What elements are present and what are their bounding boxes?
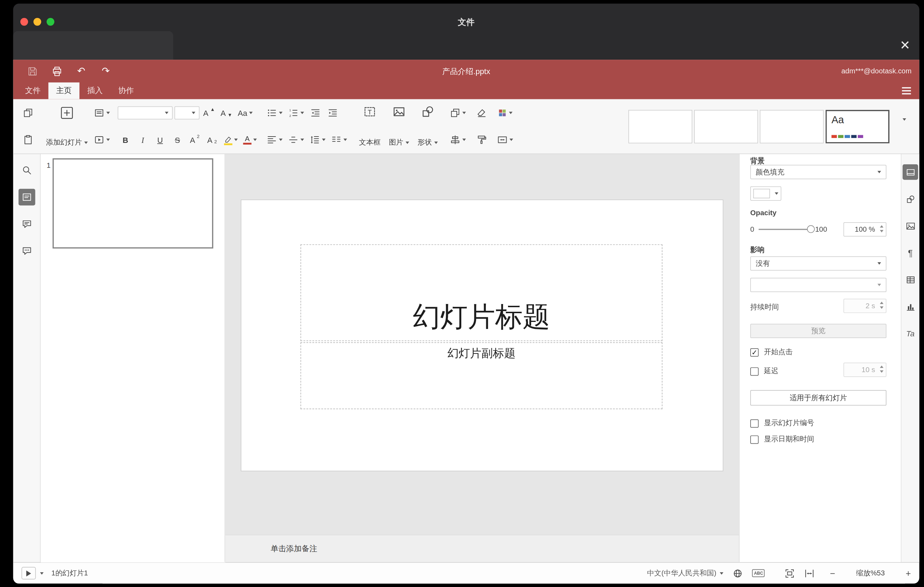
delay-spinner[interactable]: 10 s: [843, 363, 887, 377]
image-settings-button[interactable]: [903, 218, 918, 234]
opacity-value: 100 %: [855, 225, 875, 234]
save-button[interactable]: [25, 64, 39, 78]
theme-tile-2[interactable]: [694, 110, 758, 143]
chat-button[interactable]: [18, 242, 35, 259]
effect-select[interactable]: 没有: [750, 256, 886, 271]
insert-shape-button[interactable]: 形状: [413, 103, 442, 150]
increase-font-button[interactable]: A▲: [201, 105, 216, 122]
shape-settings-button[interactable]: [903, 191, 918, 206]
redo-button[interactable]: ↷: [99, 64, 113, 78]
copy-button[interactable]: [20, 105, 36, 122]
fit-width-icon[interactable]: [804, 568, 815, 579]
start-slideshow-button[interactable]: [92, 131, 112, 148]
opacity-spinner[interactable]: 100 %: [843, 222, 887, 237]
decrease-font-button[interactable]: A▼: [219, 105, 234, 122]
preview-button[interactable]: 预览: [750, 324, 886, 338]
textart-settings-button[interactable]: Ta: [903, 325, 918, 341]
copy-style-button[interactable]: [474, 131, 489, 148]
zoom-out-button[interactable]: −: [830, 569, 835, 578]
print-button[interactable]: [50, 64, 64, 78]
numbering-button[interactable]: 12: [286, 105, 306, 122]
start-on-click-checkbox[interactable]: ✓: [750, 348, 759, 356]
undo-button[interactable]: ↶: [74, 64, 89, 78]
font-group: A▲ A▼ Aa B I U S A2 A2: [117, 103, 259, 150]
slide[interactable]: 幻灯片标题 幻灯片副标题: [241, 200, 724, 471]
font-name-select[interactable]: [117, 106, 173, 119]
insert-image-button[interactable]: 图片: [385, 103, 414, 150]
show-date-time-row[interactable]: 显示日期和时间: [750, 434, 814, 444]
insert-textbox-button[interactable]: T 文本框: [355, 103, 385, 150]
show-slide-number-checkbox[interactable]: [750, 419, 759, 428]
paragraph-settings-button[interactable]: ¶: [903, 245, 918, 261]
background-color-select[interactable]: [750, 186, 781, 201]
slide-canvas[interactable]: 幻灯片标题 幻灯片副标题: [225, 154, 739, 535]
language-select[interactable]: 中文(中华人民共和国): [647, 568, 724, 578]
show-slide-number-row[interactable]: 显示幻灯片编号: [750, 418, 814, 428]
comments-button[interactable]: [18, 216, 35, 232]
superscript-button[interactable]: A2: [187, 131, 203, 148]
font-size-select[interactable]: [175, 106, 200, 119]
close-icon[interactable]: ✕: [900, 39, 910, 52]
theme-tile-1[interactable]: [629, 110, 692, 143]
chat-icon: [21, 246, 32, 256]
effect-option-select[interactable]: [750, 278, 886, 292]
font-color-button[interactable]: A: [241, 131, 258, 148]
slides-panel-button[interactable]: [18, 189, 35, 206]
slideshow-options-chevron[interactable]: [40, 572, 43, 574]
chart-settings-button[interactable]: [903, 299, 918, 314]
shape-align-button[interactable]: [448, 131, 468, 148]
search-button[interactable]: [18, 162, 35, 179]
globe-icon[interactable]: [732, 568, 743, 579]
columns-button[interactable]: [329, 131, 349, 148]
slide-title-placeholder[interactable]: 幻灯片标题: [300, 244, 662, 341]
add-slide-button[interactable]: 添加幻灯片: [42, 103, 92, 150]
insert-textbox-label: 文本框: [359, 137, 381, 147]
notes-area[interactable]: 单击添加备注: [225, 535, 739, 562]
strikeout-button[interactable]: S: [170, 131, 185, 148]
color-scheme-button[interactable]: [495, 105, 515, 122]
highlight-color-button[interactable]: [221, 131, 239, 148]
slide-thumbnail[interactable]: [53, 158, 213, 249]
change-case-button[interactable]: Aa: [236, 105, 254, 122]
italic-button[interactable]: I: [135, 131, 150, 148]
increase-indent-button[interactable]: [325, 105, 340, 122]
change-layout-button[interactable]: [92, 105, 112, 122]
zoom-in-button[interactable]: +: [906, 569, 911, 578]
tab-collaboration[interactable]: 协作: [111, 82, 142, 99]
table-settings-button[interactable]: [903, 272, 918, 287]
clear-style-button[interactable]: [474, 105, 489, 122]
tab-file[interactable]: 文件: [17, 82, 48, 99]
start-slideshow-status-button[interactable]: [21, 567, 36, 580]
paste-button[interactable]: [20, 131, 36, 148]
underline-button[interactable]: U: [152, 131, 168, 148]
theme-tile-selected[interactable]: Aa: [825, 110, 889, 143]
bold-button[interactable]: B: [117, 131, 133, 148]
bullets-button[interactable]: [265, 105, 284, 122]
vertical-align-button[interactable]: [286, 131, 306, 148]
duration-spinner[interactable]: 2 s: [843, 299, 887, 313]
theme-gallery-more-button[interactable]: [897, 103, 912, 136]
tab-home[interactable]: 主页: [48, 82, 79, 99]
slide-settings-button[interactable]: [903, 164, 918, 180]
decrease-indent-button[interactable]: [307, 105, 323, 122]
subscript-button[interactable]: A2: [204, 131, 220, 148]
spellcheck-icon[interactable]: ABC: [752, 569, 765, 577]
arrange-button[interactable]: [448, 105, 468, 122]
theme-tile-3[interactable]: [760, 110, 823, 143]
apply-to-all-button[interactable]: 适用于所有幻灯片: [750, 390, 886, 406]
show-date-time-checkbox[interactable]: [750, 435, 759, 444]
delay-row[interactable]: 延迟: [750, 366, 778, 376]
background-fill-select[interactable]: 颜色填充: [750, 165, 886, 180]
start-on-click-row[interactable]: ✓ 开始点击: [750, 347, 793, 358]
menu-icon[interactable]: [902, 87, 911, 94]
add-slide-icon: [59, 105, 74, 120]
opacity-slider[interactable]: [758, 229, 811, 230]
horizontal-align-button[interactable]: [265, 131, 284, 148]
opacity-slider-knob[interactable]: [807, 225, 815, 233]
line-spacing-button[interactable]: [307, 131, 327, 148]
tab-insert[interactable]: 插入: [79, 82, 110, 99]
fit-slide-icon[interactable]: [785, 568, 795, 579]
delay-checkbox[interactable]: [750, 367, 759, 376]
slide-subtitle-placeholder[interactable]: 幻灯片副标题: [300, 342, 662, 409]
slide-size-button[interactable]: [495, 131, 515, 148]
